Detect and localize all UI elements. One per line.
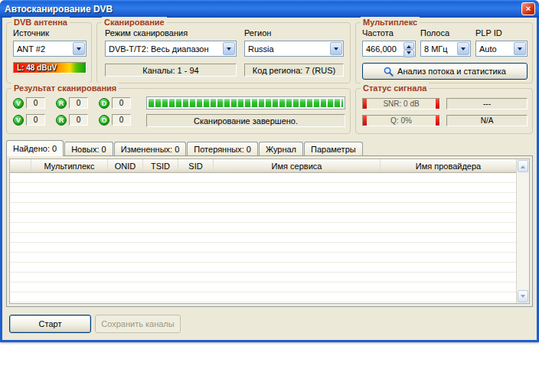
spin-down-icon[interactable] bbox=[403, 50, 414, 57]
region-select[interactable]: Russia bbox=[244, 41, 344, 57]
counter-item: V 0 bbox=[13, 114, 56, 126]
magnifier-icon bbox=[384, 67, 394, 77]
quality-meter: Q: 0% bbox=[362, 115, 440, 126]
analyze-stream-button[interactable]: Анализ потока и статистика bbox=[362, 63, 528, 80]
radio-service-icon: R bbox=[56, 98, 67, 109]
region-label: Регион bbox=[244, 28, 271, 38]
region-value: Russia bbox=[248, 44, 274, 54]
group-multiplex: Мультиплекс Частота 466,000 Полоса 8 МГц… bbox=[355, 22, 533, 83]
meter-red-mark bbox=[436, 99, 439, 109]
start-button-label: Старт bbox=[39, 319, 62, 328]
close-button[interactable]: × bbox=[521, 2, 535, 15]
group-scan-result-caption: Результат сканирования bbox=[11, 83, 119, 93]
plp-id-label: PLP ID bbox=[475, 28, 502, 38]
bandwidth-label: Полоса bbox=[420, 28, 449, 38]
tab-pane: Мультиплекс ONID TSID SID Имя сервиса Им… bbox=[6, 155, 533, 307]
service-counters: V 0 R 0 D 0 V 0 R 0 bbox=[13, 97, 142, 126]
tab-changed[interactable]: Измененных: 0 bbox=[114, 142, 187, 155]
title-bar[interactable]: Автосканирование DVB × bbox=[0, 0, 539, 18]
tab-log[interactable]: Журнал bbox=[259, 142, 303, 155]
region-code-text: Код региона: 7 (RUS) bbox=[253, 66, 335, 75]
column-header-provider[interactable]: Имя провайдера bbox=[381, 159, 516, 172]
counter-value: 0 bbox=[112, 97, 131, 109]
quality-value-panel: N/A bbox=[446, 115, 528, 126]
video-service-icon: V bbox=[13, 98, 24, 109]
dialog-client-area: DVB антенна Источник ANT #2 L: 48 dBuV С… bbox=[2, 18, 537, 340]
column-header-select[interactable] bbox=[10, 159, 31, 172]
group-signal-status: Статус сигнала SNR: 0 dB --- Q: 0% N/A bbox=[355, 88, 533, 134]
data-service-icon: D bbox=[99, 98, 109, 109]
channels-table-body[interactable] bbox=[10, 173, 516, 303]
channels-table: Мультиплекс ONID TSID SID Имя сервиса Им… bbox=[9, 158, 530, 304]
plp-id-select[interactable]: Auto bbox=[475, 41, 528, 57]
chevron-down-icon[interactable] bbox=[223, 42, 235, 55]
counter-item: R 0 bbox=[56, 97, 99, 109]
region-code-panel: Код региона: 7 (RUS) bbox=[244, 64, 344, 77]
counter-value: 0 bbox=[69, 114, 88, 126]
dialog-window: Автосканирование DVB × DVB антенна Источ… bbox=[0, 0, 539, 342]
channels-range-panel: Каналы: 1 - 94 bbox=[105, 64, 237, 77]
snr-value-panel: --- bbox=[446, 98, 528, 109]
scroll-up-icon[interactable] bbox=[518, 160, 528, 172]
source-label: Источник bbox=[13, 28, 49, 38]
frequency-spin-buttons bbox=[403, 42, 414, 55]
radio-service-icon: R bbox=[56, 115, 67, 126]
snr-meter: SNR: 0 dB bbox=[362, 98, 440, 109]
counter-value: 0 bbox=[112, 114, 131, 126]
bandwidth-value: 8 МГц bbox=[424, 44, 448, 54]
tab-found[interactable]: Найдено: 0 bbox=[6, 140, 64, 156]
counter-value: 0 bbox=[69, 97, 88, 109]
scroll-down-icon[interactable] bbox=[518, 290, 528, 302]
counter-item: V 0 bbox=[13, 97, 56, 109]
tab-label: Измененных: 0 bbox=[121, 145, 180, 154]
chevron-down-icon[interactable] bbox=[73, 42, 85, 55]
meter-red-mark bbox=[436, 116, 439, 126]
channels-table-main: Мультиплекс ONID TSID SID Имя сервиса Им… bbox=[10, 159, 516, 303]
analyze-stream-label: Анализ потока и статистика bbox=[397, 67, 506, 76]
frequency-label: Частота bbox=[362, 28, 394, 38]
start-button[interactable]: Старт bbox=[9, 315, 91, 333]
tab-label: Журнал bbox=[266, 145, 296, 154]
tab-lost[interactable]: Потерянных: 0 bbox=[187, 142, 258, 155]
group-scanning: Сканирование Режим сканирования DVB-T/T2… bbox=[96, 22, 351, 83]
counter-value: 0 bbox=[26, 97, 45, 109]
column-header-sid[interactable]: SID bbox=[178, 159, 214, 172]
snr-value: --- bbox=[483, 100, 491, 108]
group-scan-result: Результат сканирования V 0 R 0 D 0 V 0 bbox=[6, 88, 351, 134]
counter-item: R 0 bbox=[56, 114, 99, 126]
counter-item: O 0 bbox=[99, 114, 142, 126]
scan-progress-fill bbox=[149, 99, 343, 107]
column-header-onid[interactable]: ONID bbox=[108, 159, 143, 172]
tab-new[interactable]: Новых: 0 bbox=[64, 142, 113, 155]
counter-item: D 0 bbox=[99, 97, 142, 109]
tab-label: Потерянных: 0 bbox=[194, 145, 251, 154]
snr-text: SNR: 0 dB bbox=[367, 99, 436, 109]
scan-status-panel: Сканирование завершено. bbox=[146, 114, 345, 127]
vertical-scrollbar[interactable] bbox=[516, 159, 529, 303]
save-channels-button[interactable]: Сохранить каналы bbox=[95, 315, 181, 333]
scan-mode-select[interactable]: DVB-T/T2: Весь диапазон bbox=[105, 41, 237, 57]
antenna-source-select[interactable]: ANT #2 bbox=[13, 41, 87, 57]
frequency-spinner[interactable]: 466,000 bbox=[362, 41, 416, 57]
chevron-down-icon[interactable] bbox=[457, 42, 469, 55]
scan-progress-bar bbox=[146, 96, 345, 109]
quality-value: N/A bbox=[481, 116, 494, 125]
bandwidth-select[interactable]: 8 МГц bbox=[420, 41, 471, 57]
scan-mode-label: Режим сканирования bbox=[105, 28, 188, 38]
column-header-service[interactable]: Имя сервиса bbox=[214, 159, 381, 172]
close-icon: × bbox=[526, 5, 531, 13]
tab-parameters[interactable]: Параметры bbox=[304, 142, 363, 155]
group-signal-status-caption: Статус сигнала bbox=[361, 83, 429, 93]
result-tabs: Найдено: 0 Новых: 0 Измененных: 0 Потеря… bbox=[6, 139, 533, 155]
plp-id-value: Auto bbox=[479, 44, 497, 54]
frequency-value: 466,000 bbox=[366, 44, 397, 54]
chevron-down-icon[interactable] bbox=[330, 42, 342, 55]
chevron-down-icon[interactable] bbox=[514, 42, 526, 55]
column-header-tsid[interactable]: TSID bbox=[143, 159, 178, 172]
column-header-multiplex[interactable]: Мультиплекс bbox=[31, 159, 108, 172]
channels-table-header: Мультиплекс ONID TSID SID Имя сервиса Им… bbox=[10, 159, 516, 173]
spin-up-icon[interactable] bbox=[403, 42, 414, 50]
counter-value: 0 bbox=[26, 114, 45, 126]
channels-range-text: Каналы: 1 - 94 bbox=[142, 66, 198, 75]
tab-label: Новых: 0 bbox=[71, 145, 106, 154]
